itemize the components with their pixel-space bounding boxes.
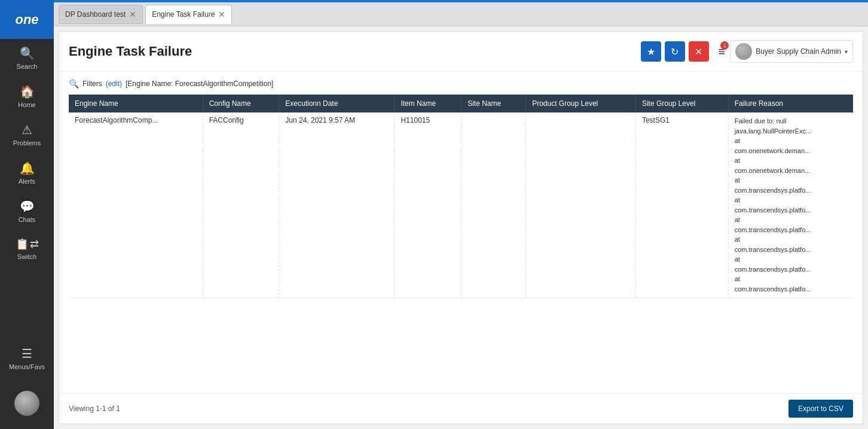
- sidebar-item-switch[interactable]: 📋 ⇄ Switch: [0, 230, 54, 267]
- viewing-count: Viewing 1-1 of 1: [69, 404, 120, 413]
- header-actions: ★ ↻ ✕: [641, 41, 709, 62]
- page-header: Engine Task Failure ★ ↻ ✕ ≡ 1: [59, 32, 863, 72]
- refresh-button[interactable]: ↻: [665, 41, 685, 62]
- user-dropdown[interactable]: Buyer Supply Chain Admin ▾: [730, 40, 853, 63]
- tab-dp-dashboard[interactable]: DP Dashboard test ✕: [59, 5, 143, 24]
- switch-arrow-icon: ⇄: [30, 238, 39, 251]
- user-avatar-header: [735, 43, 752, 60]
- edit-filter-link[interactable]: (edit): [106, 80, 122, 88]
- book-icon: 📋: [16, 238, 29, 251]
- user-name: Buyer Supply Chain Admin: [756, 47, 841, 56]
- table-row: ForecastAlgorithmComp... FACConfig Jun 2…: [69, 112, 853, 298]
- export-csv-button[interactable]: Export to CSV: [788, 400, 853, 418]
- chats-icon: 💬: [20, 199, 35, 214]
- cell-failure-reason: Failed due to: nulljava.lang.NullPointer…: [728, 112, 853, 298]
- menus-icon: ☰: [22, 346, 32, 361]
- cell-config-name: FACConfig: [203, 112, 279, 298]
- filters-label: Filters: [82, 80, 102, 88]
- close-icon: ✕: [695, 46, 702, 57]
- sidebar-label-menus: Menus/Favs: [9, 363, 45, 370]
- sidebar-item-home[interactable]: 🏠 Home: [0, 77, 54, 115]
- refresh-icon: ↻: [671, 46, 678, 57]
- avatar-image: [14, 391, 39, 416]
- table-header-row: Engine Name Config Name Executionn Date …: [69, 95, 853, 112]
- filter-text: [Engine Name: ForecastAlgorithmCompetiti…: [126, 80, 273, 88]
- sidebar: one 🔍 Search 🏠 Home ⚠ Problems 🔔 Alerts …: [0, 0, 54, 429]
- col-engine-name: Engine Name: [69, 95, 203, 112]
- chevron-down-icon: ▾: [845, 48, 848, 55]
- sidebar-item-search[interactable]: 🔍 Search: [0, 39, 54, 77]
- cell-product-group: [526, 112, 636, 298]
- sidebar-item-avatar[interactable]: [0, 384, 54, 423]
- tab-bar: DP Dashboard test ✕ Engine Task Failure …: [54, 2, 868, 26]
- tab-dp-label: DP Dashboard test: [65, 10, 126, 19]
- tab-engine-close[interactable]: ✕: [218, 10, 225, 19]
- col-failure-reason: Failure Reason: [728, 95, 853, 112]
- logo-text: one: [15, 12, 38, 28]
- failure-reason-text: Failed due to: nulljava.lang.NullPointer…: [735, 116, 847, 294]
- table-container: 🔍 Filters (edit) [Engine Name: ForecastA…: [59, 72, 863, 393]
- sidebar-label-search: Search: [17, 63, 38, 70]
- star-icon: ★: [647, 46, 655, 57]
- col-config-name: Config Name: [203, 95, 279, 112]
- main-area: DP Dashboard test ✕ Engine Task Failure …: [54, 0, 868, 429]
- menu-button[interactable]: ≡ 1: [719, 45, 726, 59]
- problems-icon: ⚠: [22, 123, 32, 137]
- col-site-name: Site Name: [461, 95, 526, 112]
- sidebar-label-problems: Problems: [13, 139, 41, 147]
- filter-icon: 🔍: [69, 79, 79, 89]
- sidebar-label-home: Home: [18, 101, 35, 108]
- user-avatar-sidebar: [14, 391, 39, 416]
- tab-dp-close[interactable]: ✕: [129, 10, 136, 19]
- cell-site-group: TestSG1: [635, 112, 728, 298]
- sidebar-item-menus[interactable]: ☰ Menus/Favs: [0, 339, 54, 378]
- tab-engine-label: Engine Task Failure: [152, 10, 215, 19]
- close-button[interactable]: ✕: [689, 41, 709, 62]
- sidebar-label-alerts: Alerts: [19, 178, 35, 185]
- sidebar-logo[interactable]: one: [0, 0, 54, 39]
- sidebar-item-problems[interactable]: ⚠ Problems: [0, 115, 54, 154]
- cell-execution-date: Jun 24, 2021 9:57 AM: [279, 112, 395, 298]
- cell-item-name: H110015: [395, 112, 461, 298]
- home-icon: 🏠: [20, 84, 35, 99]
- page-content: Engine Task Failure ★ ↻ ✕ ≡ 1: [59, 31, 863, 424]
- sidebar-item-chats[interactable]: 💬 Chats: [0, 192, 54, 230]
- sidebar-item-alerts[interactable]: 🔔 Alerts: [0, 154, 54, 192]
- notification-badge: 1: [720, 41, 729, 50]
- alerts-icon: 🔔: [20, 161, 35, 175]
- page-title: Engine Task Failure: [69, 44, 641, 59]
- search-icon: 🔍: [20, 46, 35, 60]
- table-footer: Viewing 1-1 of 1 Export to CSV: [59, 393, 863, 424]
- header-right: ≡ 1 Buyer Supply Chain Admin ▾: [719, 40, 853, 63]
- sidebar-label-switch: Switch: [17, 253, 36, 260]
- col-execution-date: Executionn Date: [279, 95, 395, 112]
- cell-site-name: [461, 112, 526, 298]
- filter-bar: 🔍 Filters (edit) [Engine Name: ForecastA…: [69, 79, 853, 89]
- favorite-button[interactable]: ★: [641, 41, 661, 62]
- data-table: Engine Name Config Name Executionn Date …: [69, 95, 853, 298]
- tab-engine-failure[interactable]: Engine Task Failure ✕: [145, 5, 232, 24]
- col-item-name: Item Name: [395, 95, 461, 112]
- sidebar-label-chats: Chats: [19, 216, 36, 223]
- switch-icon-group: 📋 ⇄: [16, 238, 39, 251]
- col-site-group: Site Group Level: [635, 95, 728, 112]
- cell-engine-name: ForecastAlgorithmComp...: [69, 112, 203, 298]
- col-product-group: Product Group Level: [526, 95, 636, 112]
